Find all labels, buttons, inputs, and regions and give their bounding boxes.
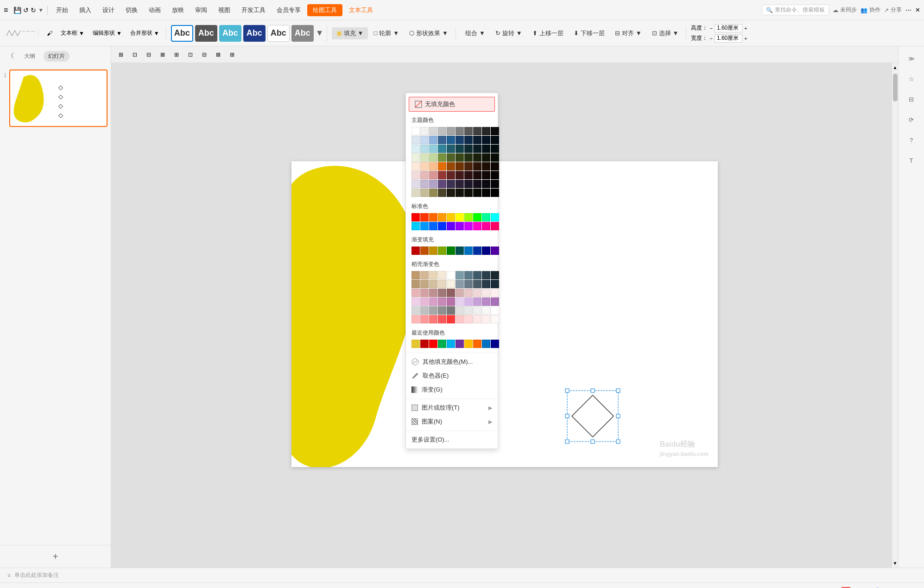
menu-item-design[interactable]: 设计 [98, 4, 119, 16]
more-icon[interactable]: ▼ [38, 7, 44, 13]
color-cell[interactable] [438, 162, 446, 171]
texture-color-cell[interactable] [438, 315, 446, 323]
texture-color-cell[interactable] [491, 271, 499, 279]
texture-color-cell[interactable] [464, 280, 473, 288]
color-cell[interactable] [420, 162, 429, 171]
color-cell[interactable] [411, 136, 420, 144]
color-cell[interactable] [491, 189, 499, 197]
color-cell[interactable] [464, 222, 473, 230]
color-cell[interactable] [447, 340, 455, 348]
color-cell[interactable] [438, 127, 446, 135]
canvas-tool-7[interactable]: ⊟ [198, 50, 210, 60]
color-cell[interactable] [456, 153, 464, 162]
right-panel-expand-btn[interactable]: ≫ [903, 50, 920, 67]
color-cell[interactable] [411, 247, 420, 255]
texture-color-cell[interactable] [447, 289, 455, 297]
texture-color-cell[interactable] [464, 315, 473, 323]
rotate-btn[interactable]: ↻ 旋转 ▼ [491, 27, 527, 39]
texture-color-cell[interactable] [438, 280, 446, 288]
more-colors-item[interactable]: 其他填充颜色(M)... [406, 355, 498, 369]
color-cell[interactable] [473, 180, 481, 188]
color-cell[interactable] [420, 153, 429, 162]
color-cell[interactable] [473, 213, 481, 221]
menu-item-transition[interactable]: 切换 [121, 4, 142, 16]
color-cell[interactable] [438, 340, 446, 348]
color-cell[interactable] [456, 213, 464, 221]
menu-item-vip[interactable]: 会员专享 [272, 4, 305, 16]
abc-style-1[interactable]: Abc [171, 25, 193, 42]
color-cell[interactable] [420, 247, 429, 255]
texture-color-cell[interactable] [420, 289, 429, 297]
redo-icon[interactable]: ↻ [31, 6, 36, 14]
color-cell[interactable] [464, 153, 473, 162]
scroll-down-btn[interactable]: ▼ [891, 559, 898, 568]
color-cell[interactable] [438, 247, 446, 255]
color-cell[interactable] [491, 153, 499, 162]
color-cell[interactable] [464, 162, 473, 171]
color-cell[interactable] [482, 222, 490, 230]
right-panel-help-btn[interactable]: ? [903, 132, 920, 148]
decrease-width-btn[interactable]: − [709, 36, 712, 41]
color-cell[interactable] [420, 189, 429, 197]
hamburger-icon[interactable]: ≡ [4, 6, 8, 14]
color-cell[interactable] [438, 180, 446, 188]
texture-color-cell[interactable] [429, 297, 437, 306]
more-settings-item[interactable]: 更多设置(O)... [406, 433, 498, 447]
height-input[interactable] [715, 24, 742, 32]
texture-color-cell[interactable] [482, 306, 490, 315]
color-cell[interactable] [456, 340, 464, 348]
color-cell[interactable] [473, 153, 481, 162]
texture-color-cell[interactable] [456, 280, 464, 288]
texture-color-cell[interactable] [420, 280, 429, 288]
right-panel-clipboard-btn[interactable]: ⊟ [903, 91, 920, 107]
window-close-icon[interactable]: ✕ [915, 6, 920, 13]
color-cell[interactable] [447, 171, 455, 179]
add-slide-btn[interactable]: + [48, 549, 63, 564]
width-input[interactable] [715, 34, 742, 43]
color-cell[interactable] [429, 213, 437, 221]
image-texture-item[interactable]: 图片或纹理(T) ▶ [406, 401, 498, 415]
color-cell[interactable] [429, 162, 437, 171]
slide-thumbnail-1[interactable]: ◇ ◇ ◇ ◇ [9, 70, 108, 127]
color-cell[interactable] [438, 153, 446, 162]
color-cell[interactable] [456, 180, 464, 188]
canvas-tool-8[interactable]: ⊠ [212, 50, 224, 60]
color-cell[interactable] [464, 189, 473, 197]
no-fill-option[interactable]: 无填充颜色 [409, 97, 495, 112]
texture-color-cell[interactable] [411, 280, 420, 288]
color-cell[interactable] [429, 171, 437, 179]
decrease-height-btn[interactable]: − [709, 25, 712, 31]
merge-shape-btn[interactable]: 合并形状 ▼ [127, 27, 163, 39]
color-cell[interactable] [429, 222, 437, 230]
color-cell[interactable] [438, 222, 446, 230]
color-cell[interactable] [420, 136, 429, 144]
color-cell[interactable] [473, 247, 481, 255]
color-cell[interactable] [464, 145, 473, 153]
texture-color-cell[interactable] [456, 271, 464, 279]
search-box[interactable]: 🔍 查找命令、搜索模板 [762, 5, 829, 15]
color-cell[interactable] [456, 162, 464, 171]
right-panel-refresh-btn[interactable]: ⟳ [903, 111, 920, 128]
color-cell[interactable] [447, 136, 455, 144]
menu-item-insert[interactable]: 插入 [75, 4, 96, 16]
texture-color-cell[interactable] [456, 315, 464, 323]
menu-item-home[interactable]: 开始 [51, 4, 73, 16]
color-cell[interactable] [464, 247, 473, 255]
texture-color-cell[interactable] [473, 315, 481, 323]
color-cell[interactable] [491, 222, 499, 230]
texture-color-cell[interactable] [429, 271, 437, 279]
color-cell[interactable] [447, 145, 455, 153]
canvas-tool-1[interactable]: ⊞ [115, 50, 127, 60]
abc-style-6[interactable]: Abc [291, 25, 314, 42]
color-cell[interactable] [420, 145, 429, 153]
menu-item-dev[interactable]: 开发工具 [237, 4, 270, 16]
texture-color-cell[interactable] [420, 297, 429, 306]
texture-color-cell[interactable] [473, 289, 481, 297]
canvas-tool-2[interactable]: ⊡ [129, 50, 141, 60]
texture-color-cell[interactable] [456, 289, 464, 297]
texture-color-cell[interactable] [429, 280, 437, 288]
color-cell[interactable] [447, 247, 455, 255]
color-cell[interactable] [491, 180, 499, 188]
scroll-up-btn[interactable]: ▲ [891, 63, 898, 72]
text-box-btn[interactable]: 文本框 ▼ [57, 27, 88, 39]
